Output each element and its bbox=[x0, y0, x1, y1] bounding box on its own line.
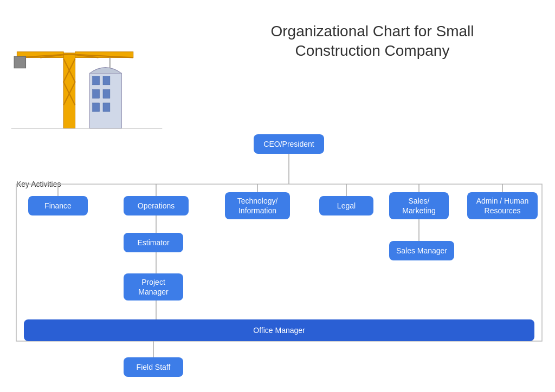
key-activities-label: Key Activities bbox=[16, 180, 61, 188]
operations-node: Operations bbox=[124, 196, 189, 215]
sales-marketing-node: Sales/Marketing bbox=[389, 192, 449, 219]
field-staff-node: Field Staff bbox=[124, 357, 183, 377]
page: Organizational Chart for Small Construct… bbox=[0, 0, 555, 392]
svg-rect-18 bbox=[93, 103, 100, 112]
technology-node: Technology/Information bbox=[225, 192, 290, 219]
legal-node: Legal bbox=[319, 196, 373, 215]
svg-rect-19 bbox=[103, 103, 110, 112]
svg-rect-17 bbox=[103, 89, 110, 98]
svg-rect-0 bbox=[63, 53, 75, 128]
sales-manager-node: Sales Manager bbox=[389, 241, 454, 260]
svg-rect-16 bbox=[93, 89, 100, 98]
finance-node: Finance bbox=[28, 196, 88, 215]
project-manager-node: ProjectManager bbox=[124, 273, 183, 300]
svg-rect-14 bbox=[93, 76, 100, 85]
svg-rect-15 bbox=[103, 76, 110, 85]
admin-hr-node: Admin / HumanResources bbox=[467, 192, 538, 219]
estimator-node: Estimator bbox=[124, 233, 183, 252]
office-manager-node: Office Manager bbox=[24, 319, 534, 341]
ceo-node: CEO/President bbox=[254, 134, 324, 154]
crane-illustration bbox=[5, 5, 168, 135]
svg-rect-11 bbox=[14, 56, 25, 68]
chart-title: Organizational Chart for Small Construct… bbox=[211, 22, 533, 61]
